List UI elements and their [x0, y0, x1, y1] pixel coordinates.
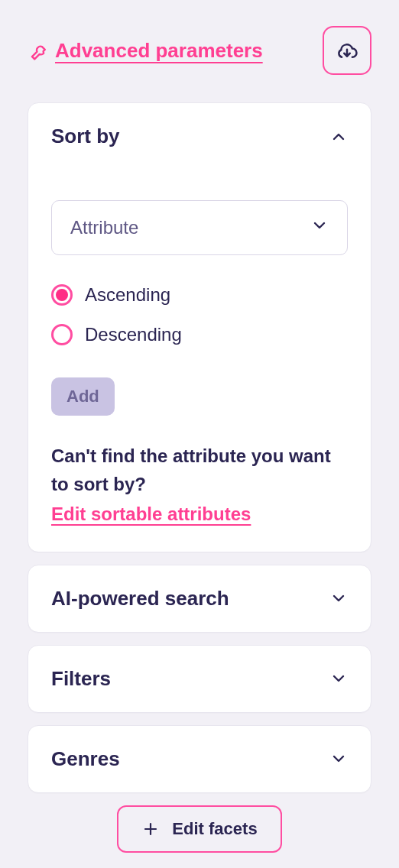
sort-helper-text: Can't find the attribute you want to sor…: [51, 445, 331, 494]
edit-facets-button[interactable]: Edit facets: [117, 805, 281, 853]
cloud-download-icon: [336, 39, 358, 62]
sort-by-card: Sort by Attribute Ascending Descending A…: [28, 102, 371, 552]
filters-title: Filters: [51, 667, 111, 691]
radio-descending[interactable]: Descending: [51, 324, 348, 345]
sort-helper: Can't find the attribute you want to sor…: [51, 442, 348, 529]
radio-checked-icon: [51, 284, 73, 306]
edit-sortable-attributes-link[interactable]: Edit sortable attributes: [51, 500, 251, 528]
radio-ascending-label: Ascending: [85, 284, 170, 306]
top-bar: Advanced parameters: [28, 26, 371, 75]
genres-card: Genres: [28, 725, 371, 793]
genres-header[interactable]: Genres: [28, 726, 371, 792]
advanced-parameters[interactable]: Advanced parameters: [28, 39, 263, 63]
genres-title: Genres: [51, 747, 120, 771]
edit-facets-label: Edit facets: [172, 819, 257, 839]
advanced-parameters-link[interactable]: Advanced parameters: [55, 39, 263, 63]
ai-search-card: AI-powered search: [28, 565, 371, 633]
add-button-label: Add: [66, 387, 99, 406]
sort-by-header[interactable]: Sort by: [28, 103, 371, 170]
ai-search-title: AI-powered search: [51, 587, 229, 611]
plus-icon: [141, 820, 160, 838]
filters-card: Filters: [28, 645, 371, 713]
attribute-select[interactable]: Attribute: [51, 200, 348, 255]
sort-by-title: Sort by: [51, 125, 120, 148]
radio-unchecked-icon: [51, 324, 73, 345]
ai-search-header[interactable]: AI-powered search: [28, 565, 371, 632]
chevron-down-icon: [329, 669, 348, 688]
cloud-download-button[interactable]: [323, 26, 371, 75]
chevron-down-icon: [329, 750, 348, 768]
wrench-icon: [28, 40, 47, 60]
chevron-up-icon: [329, 128, 348, 146]
radio-descending-label: Descending: [85, 324, 182, 345]
add-button[interactable]: Add: [51, 377, 115, 416]
chevron-down-icon: [329, 589, 348, 607]
sort-by-body: Attribute Ascending Descending Add Can't…: [28, 170, 371, 552]
attribute-select-value: Attribute: [70, 217, 138, 238]
chevron-down-icon: [310, 216, 329, 239]
footer: Edit facets: [28, 805, 371, 853]
filters-header[interactable]: Filters: [28, 646, 371, 712]
radio-ascending[interactable]: Ascending: [51, 284, 348, 306]
